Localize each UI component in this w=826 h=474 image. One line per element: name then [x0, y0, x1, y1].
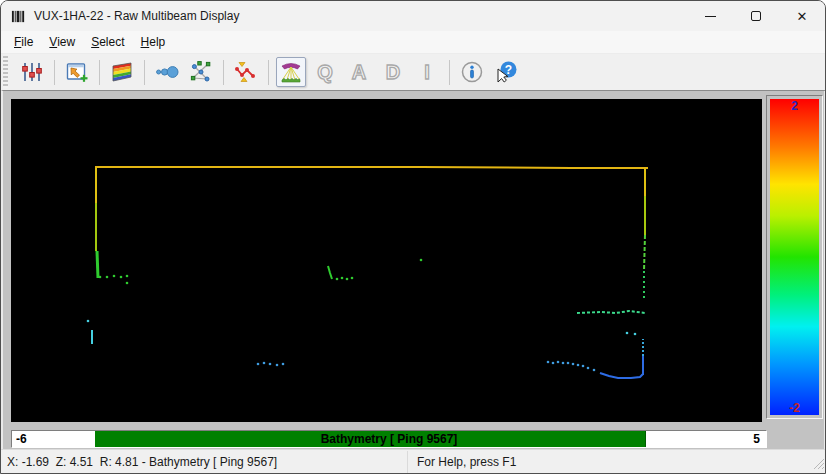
main-display-area: 2 -2 -6 Bathymetry [ Ping 9567] 5 — [1, 90, 826, 449]
color-scale-bar[interactable]: 2 -2 — [770, 99, 819, 415]
lightblue-dots — [557, 361, 560, 364]
lightblue-dots — [282, 363, 285, 366]
lightblue-dots — [582, 365, 585, 368]
maximize-icon — [751, 11, 761, 21]
minimize-button[interactable] — [687, 1, 733, 31]
toolbar-separator — [449, 60, 450, 85]
deviation-display-button[interactable]: D — [378, 57, 408, 87]
lightblue-dots — [263, 362, 266, 365]
info-icon — [460, 60, 484, 84]
shelf-line — [577, 311, 645, 313]
colorbar-max-label: 2 — [770, 99, 819, 113]
ping-profile-icon — [234, 60, 258, 84]
green-dots — [106, 276, 109, 279]
intensity-display-button[interactable]: I — [412, 57, 442, 87]
point-network-button[interactable] — [186, 57, 216, 87]
menu-select-accel: S — [91, 35, 99, 49]
range-title: Bathymetry [ Ping 9567] — [12, 432, 766, 446]
green-dots — [99, 276, 102, 279]
menu-view-accel: V — [49, 35, 57, 49]
toolbar-separator — [54, 60, 55, 85]
right-wall-lightgreen — [644, 235, 645, 271]
lightblue-dots — [269, 363, 272, 366]
status-bar: X: -1.69 Z: 4.51 R: 4.81 - Bathymetry [ … — [1, 449, 826, 474]
lightblue-dots — [567, 362, 570, 365]
status-bar-separator — [407, 451, 408, 474]
raw-multibeam-display-button[interactable] — [276, 57, 306, 87]
lightblue-dots — [572, 363, 575, 366]
multibeam-canvas[interactable] — [11, 99, 762, 422]
maximize-button[interactable] — [733, 1, 779, 31]
toolbar-separator — [144, 60, 145, 85]
letter-i-icon: I — [424, 62, 430, 82]
letter-d-icon: D — [386, 62, 400, 82]
cyan-dots — [626, 332, 629, 335]
range-max-label: 5 — [753, 432, 760, 446]
menu-help-rest: elp — [149, 35, 165, 49]
window-title: VUX-1HA-22 - Raw Multibeam Display — [34, 9, 239, 23]
menu-help[interactable]: Help — [133, 33, 174, 51]
about-button[interactable] — [457, 57, 487, 87]
title-bar: VUX-1HA-22 - Raw Multibeam Display ✕ — [1, 1, 825, 31]
menu-select[interactable]: Select — [83, 33, 132, 51]
lightblue-dots — [577, 364, 580, 367]
close-button[interactable]: ✕ — [779, 1, 825, 31]
lightblue-dots — [276, 364, 279, 367]
green-dots — [336, 278, 339, 281]
scatter-network-icon — [189, 60, 213, 84]
resize-grip-icon[interactable] — [812, 457, 825, 473]
ping-profile-button[interactable] — [231, 57, 261, 87]
colorbar-min-label: -2 — [770, 401, 819, 415]
status-position-readout: X: -1.69 Z: 4.51 R: 4.81 - Bathymetry [ … — [7, 455, 277, 469]
surface-line — [95, 167, 648, 168]
menu-view[interactable]: View — [41, 33, 83, 51]
toolbar: Q A D I ? — [1, 53, 825, 90]
quality-display-button[interactable]: Q — [310, 57, 340, 87]
beam-size-icon — [155, 60, 179, 84]
status-help-text: For Help, press F1 — [417, 455, 516, 469]
lightblue-dots — [547, 361, 550, 364]
lightblue-dots — [587, 367, 590, 370]
amplitude-display-button[interactable]: A — [344, 57, 374, 87]
green-dots — [120, 276, 123, 279]
window-controls: ✕ — [687, 1, 825, 31]
lightblue-dots — [257, 363, 260, 366]
help-cursor-icon: ? — [494, 60, 518, 84]
green-dots — [341, 277, 344, 280]
color-map-icon — [110, 60, 134, 84]
menu-select-rest: elect — [99, 35, 124, 49]
new-view-button[interactable] — [62, 57, 92, 87]
green-dots — [346, 278, 349, 281]
swath-display-icon — [280, 61, 302, 83]
color-map-button[interactable] — [107, 57, 137, 87]
left-wall-green — [97, 251, 98, 278]
context-help-button[interactable]: ? — [491, 57, 521, 87]
green-diagonal — [328, 266, 332, 279]
close-icon: ✕ — [797, 10, 808, 23]
green-dots — [126, 282, 129, 285]
app-window: VUX-1HA-22 - Raw Multibeam Display ✕ Fil… — [0, 0, 826, 474]
menu-help-accel: H — [141, 35, 150, 49]
window-add-icon — [65, 60, 89, 84]
display-settings-button[interactable] — [17, 57, 47, 87]
toolbar-gripper[interactable] — [3, 56, 8, 88]
green-dots — [420, 259, 423, 262]
ping-range-bar[interactable]: -6 Bathymetry [ Ping 9567] 5 — [11, 430, 767, 448]
basin-floor — [600, 373, 643, 378]
toolbar-separator — [99, 60, 100, 85]
green-dots — [113, 275, 116, 278]
cyan-dots — [634, 333, 637, 336]
app-icon — [11, 9, 26, 24]
letter-q-icon: Q — [317, 62, 333, 82]
colorbar-frame: 2 -2 — [766, 95, 823, 419]
multibeam-canvas-svg — [11, 99, 762, 422]
menu-file[interactable]: File — [6, 33, 41, 51]
letter-a-icon: A — [352, 62, 366, 82]
menu-view-rest: iew — [57, 35, 75, 49]
cyan-dots — [87, 320, 90, 323]
point-size-button[interactable] — [152, 57, 182, 87]
menu-bar: File View Select Help — [1, 31, 825, 53]
toolbar-separator — [268, 60, 269, 85]
lightblue-dots — [562, 362, 565, 365]
green-dots — [126, 275, 129, 278]
